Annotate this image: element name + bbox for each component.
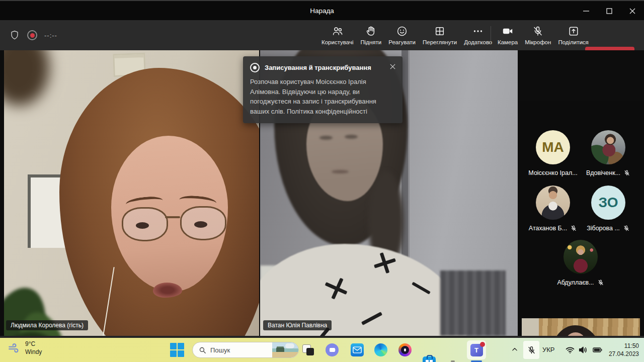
language-indicator[interactable]: УКР xyxy=(542,346,555,353)
participant-name-tag: Людмила Королева (гість) xyxy=(6,320,88,330)
privacy-policy-link[interactable]: Політика конфіденційності xyxy=(287,108,367,115)
raise-hand-label: Підняти xyxy=(360,39,381,45)
date: 27.04.2023 xyxy=(609,350,639,357)
bing-daily-image[interactable] xyxy=(272,342,298,358)
maximize-button[interactable] xyxy=(598,1,621,21)
microphone-label: Мікрофон xyxy=(525,39,551,45)
smiley-icon xyxy=(396,25,408,37)
battery-icon[interactable] xyxy=(592,344,603,355)
banner-title: Записування й транскрибування xyxy=(265,64,371,71)
mic-muted-icon xyxy=(597,279,604,286)
participant-label: Зіборова ... xyxy=(587,225,620,232)
speaker-icon[interactable] xyxy=(578,344,589,355)
recording-banner: Записування й транскрибування Розпочав к… xyxy=(243,56,403,123)
weather-widget[interactable]: 9°C Windy xyxy=(7,340,42,356)
secure-browser-icon[interactable] xyxy=(398,343,412,356)
participant-label: Вдовіченк... xyxy=(586,169,620,176)
avatar[interactable] xyxy=(591,130,625,164)
participant-label: Атаханов Б... xyxy=(529,225,567,232)
recording-indicator-icon xyxy=(27,30,37,40)
more-label: Додатково xyxy=(464,39,492,45)
chat-app-icon[interactable] xyxy=(326,343,339,356)
participant-label: Моісєєнко Ірал... xyxy=(528,169,577,176)
clock[interactable]: 11:50 27.04.2023 xyxy=(609,342,639,358)
task-view-button[interactable] xyxy=(302,343,315,356)
weather-temp: 9°C xyxy=(25,340,35,347)
teams-notification-badge xyxy=(480,342,485,347)
avatar[interactable] xyxy=(536,186,570,220)
shield-icon xyxy=(9,30,20,41)
react-label: Реагувати xyxy=(388,39,416,45)
participant-ziborova[interactable]: ЗО Зіборова ... xyxy=(581,186,636,232)
taskbar: 9°C Windy Пошук M T xyxy=(0,338,644,362)
window-controls xyxy=(575,1,644,21)
titlebar: Нарада xyxy=(0,0,644,20)
minimize-button[interactable] xyxy=(575,1,598,21)
participant-name-tag: Ватан Юлія Павлівна xyxy=(263,320,332,330)
camera-button[interactable]: Камера xyxy=(494,25,521,45)
participant-label: Абдуллаєв... xyxy=(557,279,594,286)
share-icon xyxy=(568,25,580,37)
meeting-stage: Людмила Королева (гість) Ватан Юлія Павл… xyxy=(0,50,644,336)
meeting-timer: --:-- xyxy=(44,32,57,39)
ellipsis-icon xyxy=(472,25,484,37)
search-placeholder: Пошук xyxy=(210,346,272,354)
toolbar-divider xyxy=(491,26,491,44)
banner-close-icon[interactable] xyxy=(388,62,397,71)
teams-app-icon[interactable]: T xyxy=(467,340,486,359)
react-button[interactable]: Реагувати xyxy=(385,25,419,45)
view-button[interactable]: Переглянути xyxy=(419,25,460,45)
edge-browser-icon[interactable] xyxy=(374,343,387,356)
tray-mic-muted-button[interactable] xyxy=(523,341,539,359)
meeting-toolbar: --:-- Користувачі Підняти xyxy=(0,20,644,50)
participant-abdullaeva[interactable]: Абдуллаєв... xyxy=(553,240,608,286)
start-button[interactable] xyxy=(170,343,184,357)
camera-label: Камера xyxy=(498,39,518,45)
wifi-icon[interactable] xyxy=(565,344,576,355)
participant-atakhanov[interactable]: Атаханов Б... xyxy=(525,186,581,232)
grid-view-icon xyxy=(434,25,446,37)
avatar[interactable]: ЗО xyxy=(591,186,625,220)
participant-vdovichenko[interactable]: Вдовіченк... xyxy=(581,130,636,176)
teams-logo: T xyxy=(470,344,483,356)
mic-muted-icon xyxy=(623,225,630,232)
camera-icon xyxy=(502,25,514,37)
mail-app-icon[interactable] xyxy=(351,343,364,356)
search-input[interactable]: Пошук xyxy=(192,342,299,358)
view-label: Переглянути xyxy=(423,39,457,45)
record-icon xyxy=(250,63,260,72)
mic-muted-icon xyxy=(623,169,630,176)
weather-condition: Windy xyxy=(25,348,42,355)
microphone-button[interactable]: Мікрофон xyxy=(521,25,554,45)
window-title: Нарада xyxy=(0,1,644,21)
avatar-initials: ЗО xyxy=(599,195,618,211)
people-button[interactable]: Користувачі xyxy=(318,25,357,45)
raise-hand-icon xyxy=(365,25,377,37)
avatar-initials: МА xyxy=(542,139,564,155)
mic-muted-icon xyxy=(532,25,544,37)
time: 11:50 xyxy=(624,342,639,349)
raise-hand-button[interactable]: Підняти xyxy=(357,25,385,45)
participants-sidebar: МА Моісєєнко Ірал... Вдовіченк... Атахан… xyxy=(518,101,644,362)
participant-moiseenko[interactable]: МА Моісєєнко Ірал... xyxy=(525,130,581,176)
microsoft-store-icon[interactable] xyxy=(423,356,436,362)
wind-icon xyxy=(7,341,21,354)
users-icon xyxy=(332,25,344,37)
close-button[interactable] xyxy=(621,1,644,21)
mic-muted-icon xyxy=(570,225,577,232)
share-label: Поділитися xyxy=(558,39,588,45)
avatar[interactable]: МА xyxy=(536,130,570,164)
people-label: Користувачі xyxy=(321,39,353,45)
search-icon xyxy=(198,346,207,354)
share-button[interactable]: Поділитися xyxy=(554,25,592,45)
avatar[interactable] xyxy=(564,240,598,274)
tray-chevron-up-icon[interactable] xyxy=(510,345,519,354)
teams-letter: T xyxy=(474,346,478,354)
video-tile-lyudmila[interactable]: Людмила Королева (гість) xyxy=(4,50,259,336)
